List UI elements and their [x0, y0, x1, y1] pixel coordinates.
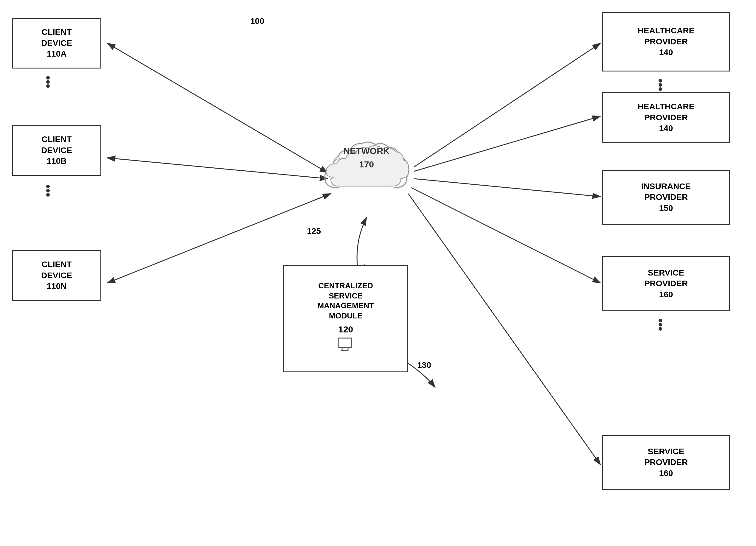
healthcare-provider-140-second: HEALTHCAREPROVIDER140 — [602, 92, 730, 143]
network-cloud: NETWORK 170 — [313, 125, 420, 215]
dots-between-a-b — [46, 76, 50, 88]
csm-module-box: CENTRALIZEDSERVICEMANAGEMENTMODULE 120 — [283, 265, 408, 372]
monitor-svg — [338, 337, 354, 354]
ref-label-100: 100 — [250, 16, 264, 26]
line-client-a-network — [107, 43, 328, 173]
dots-between-healthcare — [659, 79, 662, 91]
client-device-110n: CLIENTDEVICE110N — [12, 250, 101, 301]
label-130: 130 — [417, 360, 431, 370]
line-network-healthcare2 — [414, 116, 600, 171]
insurance-provider-150: INSURANCEPROVIDER150 — [602, 170, 730, 225]
svg-rect-10 — [338, 338, 352, 347]
network-number: 170 — [313, 159, 420, 170]
service-provider-160-first: SERVICEPROVIDER160 — [602, 256, 730, 311]
csm-number: 120 — [338, 323, 353, 335]
line-network-csm — [357, 218, 367, 268]
line-network-service2 — [408, 194, 600, 465]
service-provider-160-second: SERVICEPROVIDER160 — [602, 435, 730, 490]
line-client-b-network — [107, 158, 328, 179]
label-125: 125 — [307, 227, 321, 236]
client-device-110a: CLIENTDEVICE110A — [12, 18, 101, 69]
line-network-insurance — [414, 179, 600, 197]
diagram-container: 100 CLIENTDEVICE110A CLIENTDEVICE110B CL… — [0, 0, 756, 546]
monitor-icon — [338, 337, 354, 356]
healthcare-provider-140-top: HEALTHCAREPROVIDER140 — [602, 12, 730, 72]
network-label: NETWORK — [313, 146, 420, 156]
dots-between-b-n — [46, 185, 50, 197]
line-network-service1 — [411, 188, 600, 283]
dots-between-service — [659, 319, 662, 331]
client-device-110b: CLIENTDEVICE110B — [12, 125, 101, 176]
line-network-healthcare1 — [414, 43, 600, 167]
